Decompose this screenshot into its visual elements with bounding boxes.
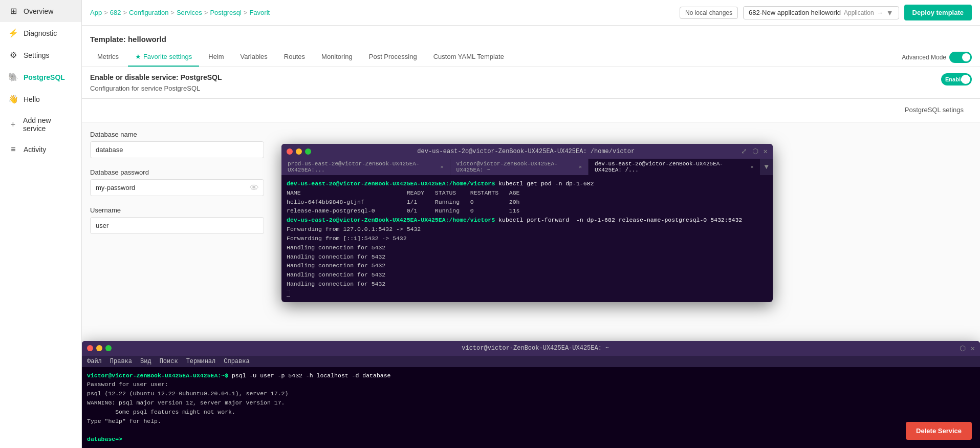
menu-edit[interactable]: Правка xyxy=(110,358,132,365)
terminal-top-overlay: dev-us-east-2o@victor-ZenBook-UX425EA-UX… xyxy=(281,144,773,302)
terminal-tab-prod[interactable]: prod-us-east-2e@victor-ZenBook-UX425EA-U… xyxy=(281,159,450,175)
breadcrumb-favorit[interactable]: Favorit xyxy=(249,9,270,16)
enabled-toggle-area[interactable]: Enabled xyxy=(941,73,972,86)
terminal-x-icon[interactable]: ✕ xyxy=(764,147,768,156)
no-local-changes-badge: No local changes xyxy=(680,7,738,19)
menu-terminal[interactable]: Терминал xyxy=(186,358,216,365)
terminal-close-btn[interactable] xyxy=(287,148,293,155)
main-content: App > 682 > Configuration > Services > P… xyxy=(82,0,980,448)
terminal-top-title: dev-us-east-2o@victor-ZenBook-UX425EA-UX… xyxy=(314,148,738,155)
add-icon: + xyxy=(8,120,18,129)
advanced-mode-toggle[interactable]: Advanced Mode xyxy=(902,52,972,63)
tab-post-processing[interactable]: Post Processing xyxy=(362,48,424,67)
tab-custom-yaml[interactable]: Custom YAML Template xyxy=(426,48,511,67)
terminal-line-7: Forwarding from [::1]:5432 -> 5432 xyxy=(287,234,768,243)
breadcrumb-services[interactable]: Services xyxy=(177,9,202,16)
terminal-bottom-menubar: Файл Правка Вид Поиск Терминал Справка xyxy=(82,356,980,367)
advanced-toggle-switch[interactable] xyxy=(949,52,972,63)
sidebar-item-add-new-service[interactable]: + Add new service xyxy=(0,110,81,139)
deploy-template-button[interactable]: Deploy template xyxy=(904,5,972,20)
terminal-bottom-window: victor@victor-ZenBook-UX425EA-UX425EA: ~… xyxy=(82,341,980,449)
enabled-toggle-switch[interactable]: Enabled xyxy=(941,73,972,86)
password-input-wrapper: 👁 xyxy=(90,179,264,196)
sidebar-item-postgresql[interactable]: 🐘 PostgreSQL xyxy=(0,66,81,88)
terminal-line-5: dev-us-east-2o@victor-ZenBook-UX425EA-UX… xyxy=(287,216,768,225)
diagnostic-icon: ⚡ xyxy=(8,28,18,38)
terminal-tab-close[interactable]: ✕ xyxy=(441,164,444,170)
sidebar-item-settings[interactable]: ⚙ Settings xyxy=(0,44,81,66)
terminal-bottom-x-icon[interactable]: ✕ xyxy=(971,344,975,353)
tab-monitoring[interactable]: Monitoring xyxy=(314,48,360,67)
overview-icon: ⊞ xyxy=(8,6,18,16)
breadcrumb-configuration[interactable]: Configuration xyxy=(129,9,168,16)
tab-routes[interactable]: Routes xyxy=(277,48,312,67)
menu-search[interactable]: Поиск xyxy=(160,358,178,365)
terminal-bottom-expand-icon[interactable]: ⬡ xyxy=(960,344,966,353)
terminal-line-8: Handling connection for 5432 xyxy=(287,243,768,252)
delete-service-button[interactable]: Delete Service xyxy=(906,422,972,440)
terminal-tab-close-3[interactable]: ✕ xyxy=(751,164,754,170)
eye-icon[interactable]: 👁 xyxy=(250,182,259,193)
sidebar-item-overview[interactable]: ⊞ Overview xyxy=(0,0,81,22)
terminal-bottom-title: victor@victor-ZenBook-UX425EA-UX425EA: ~ xyxy=(115,345,956,352)
terminal-bottom-max-btn[interactable] xyxy=(105,345,112,351)
topbar-right: No local changes 682-New application hel… xyxy=(680,5,972,20)
app-selector[interactable]: 682-New application helloworld Applicati… xyxy=(743,6,899,19)
terminal-max-btn[interactable] xyxy=(305,148,311,155)
terminal-bottom-line-7 xyxy=(87,425,975,435)
tabs-bar: Metrics ★ Favorite settings Helm Variabl… xyxy=(82,48,980,67)
sidebar: ⊞ Overview ⚡ Diagnostic ⚙ Settings 🐘 Pos… xyxy=(0,0,82,448)
breadcrumb-682[interactable]: 682 xyxy=(110,9,121,16)
terminal-top-titlebar: dev-us-east-2o@victor-ZenBook-UX425EA-UX… xyxy=(281,144,773,159)
menu-view[interactable]: Вид xyxy=(140,358,151,365)
terminal-bottom-line-1: victor@victor-ZenBook-UX425EA-UX425EA:~$… xyxy=(87,371,975,380)
menu-help[interactable]: Справка xyxy=(224,358,249,365)
terminal-tab-arrow[interactable]: ▼ xyxy=(760,161,773,173)
terminal-line-12: Handling connection for 5432 xyxy=(287,280,768,289)
activity-icon: ≡ xyxy=(8,145,18,154)
star-icon: ★ xyxy=(135,53,141,60)
tab-variables[interactable]: Variables xyxy=(233,48,275,67)
sidebar-item-diagnostic[interactable]: ⚡ Diagnostic xyxy=(0,22,81,44)
sidebar-item-activity[interactable]: ≡ Activity xyxy=(0,139,81,160)
terminal-line-1: dev-us-east-2o@victor-ZenBook-UX425EA-UX… xyxy=(287,179,768,188)
terminal-bottom-line-4: WARNING: psql major version 12, server m… xyxy=(87,398,975,408)
terminal-line-9: Handling connection for 5432 xyxy=(287,252,768,262)
service-info: Enable or disable service: PostgreSQL Co… xyxy=(90,73,222,92)
terminal-bottom-line-2: Password for user user: xyxy=(87,380,975,389)
terminal-bottom-line-5: Some psql features might not work. xyxy=(87,408,975,417)
terminal-tab-close-2[interactable]: ✕ xyxy=(579,164,582,170)
postgresql-settings-link[interactable]: PostgreSQL setings xyxy=(897,102,972,118)
terminal-tab-victor[interactable]: victor@victor-ZenBook-UX425EA-UX425EA: ~… xyxy=(450,159,589,175)
terminal-top-tabs: prod-us-east-2e@victor-ZenBook-UX425EA-U… xyxy=(281,159,773,175)
terminal-bottom-body: victor@victor-ZenBook-UX425EA-UX425EA:~$… xyxy=(82,367,980,449)
terminal-min-btn[interactable] xyxy=(296,148,302,155)
tab-metrics[interactable]: Metrics xyxy=(90,48,126,67)
breadcrumb: App > 682 > Configuration > Services > P… xyxy=(90,9,270,16)
username-input[interactable] xyxy=(90,217,264,234)
breadcrumb-app[interactable]: App xyxy=(90,9,102,16)
menu-file[interactable]: Файл xyxy=(87,358,102,365)
terminal-bottom-container: victor@victor-ZenBook-UX425EA-UX425EA: ~… xyxy=(82,341,980,449)
service-config-title: Configuration for service PostgreSQL xyxy=(90,84,222,92)
tab-helm[interactable]: Helm xyxy=(201,48,231,67)
terminal-line-cursor: █ xyxy=(287,289,768,298)
sidebar-item-hello[interactable]: 👋 Hello xyxy=(0,88,81,110)
terminal-line-3: hello-64f4bb9848-gtjnf 1/1 Running 0 20h xyxy=(287,198,768,207)
db-password-input[interactable] xyxy=(90,179,264,196)
terminal-bottom-min-btn[interactable] xyxy=(96,345,102,351)
terminal-resize-icon[interactable]: ⤢ xyxy=(741,147,747,156)
db-name-label: Database name xyxy=(90,131,972,138)
settings-link-row: PostgreSQL setings xyxy=(82,99,980,122)
terminal-bottom-line-8: database=> xyxy=(87,435,975,444)
terminal-tab-dev[interactable]: dev-us-east-2o@victor-ZenBook-UX425EA-UX… xyxy=(589,159,760,175)
terminal-expand-icon[interactable]: ⬡ xyxy=(752,147,758,156)
template-header: Template: helloworld xyxy=(82,26,980,48)
breadcrumb-postgresql[interactable]: Postgresql xyxy=(210,9,241,16)
tabs-right: Advanced Mode xyxy=(902,52,972,63)
db-name-input[interactable] xyxy=(90,141,264,158)
tab-favorite-settings[interactable]: ★ Favorite settings xyxy=(128,48,199,67)
terminal-bottom-line-3: psql (12.22 (Ubuntu 12.22-0ubuntu0.20.04… xyxy=(87,389,975,398)
terminal-line-10: Handling connection for 5432 xyxy=(287,261,768,270)
terminal-bottom-close-btn[interactable] xyxy=(87,345,93,351)
